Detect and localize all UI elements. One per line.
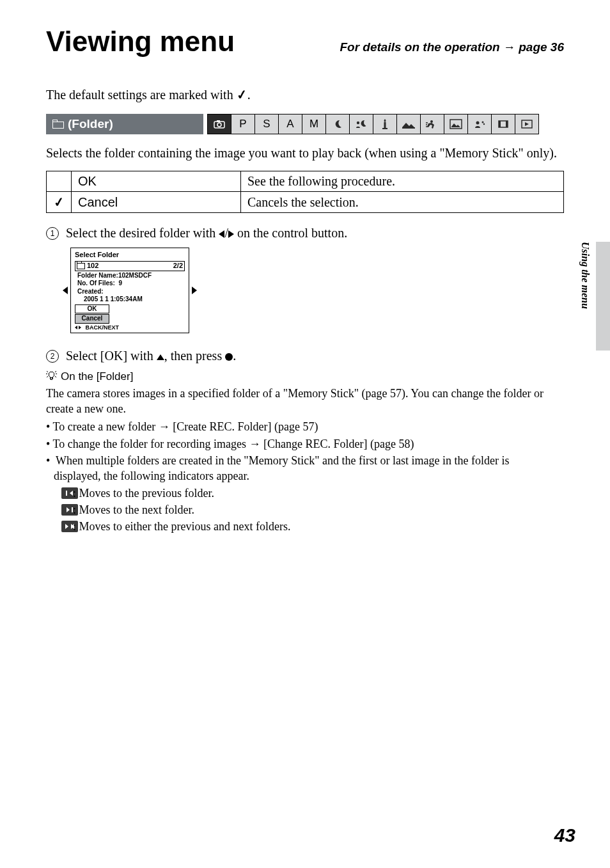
section-header-bar: (Folder) P S A M xyxy=(46,114,564,134)
section-label: (Folder) xyxy=(46,114,203,134)
options-table: OK See the following procedure. ✓ Cancel… xyxy=(46,171,564,213)
svg-rect-6 xyxy=(402,127,415,129)
page-title: Viewing menu xyxy=(46,26,235,58)
svg-point-9 xyxy=(476,122,480,125)
option-desc: Cancels the selection. xyxy=(241,192,564,213)
svg-rect-13 xyxy=(499,121,501,127)
center-button-icon xyxy=(225,353,233,361)
mode-s-icon: S xyxy=(255,114,279,134)
svg-point-1 xyxy=(217,123,221,127)
option-name: OK xyxy=(72,171,241,192)
mode-sports-icon xyxy=(421,114,444,134)
step-number-icon: 1 xyxy=(46,227,59,240)
mode-dial-strip: P S A M xyxy=(207,114,539,134)
mode-m-icon: M xyxy=(302,114,326,134)
table-row: ✓ Cancel Cancels the selection. xyxy=(47,192,564,213)
lcd-title: Select Folder xyxy=(75,251,185,260)
intro-text: The default settings are marked with ✓. xyxy=(46,87,564,102)
step-2: 2 Select [OK] with , then press . xyxy=(46,349,564,364)
mode-moon-person-icon xyxy=(350,114,373,134)
svg-point-11 xyxy=(483,123,485,125)
check-icon: ✓ xyxy=(52,194,65,210)
svg-point-3 xyxy=(357,122,359,124)
mode-landscape-icon xyxy=(444,114,468,134)
svg-rect-2 xyxy=(217,120,220,122)
mode-movie-icon xyxy=(492,114,515,134)
svg-rect-4 xyxy=(384,122,386,128)
lcd-folder-name: Folder Name:102MSDCF xyxy=(75,272,185,280)
svg-rect-5 xyxy=(382,128,387,129)
mode-p-icon: P xyxy=(231,114,255,134)
svg-rect-16 xyxy=(66,491,67,496)
option-name: Cancel xyxy=(72,192,241,213)
lcd-file-count: No. Of Files: 9 xyxy=(75,280,185,288)
lcd-created-label: Created: xyxy=(75,288,185,296)
option-desc: See the following procedure. xyxy=(241,171,564,192)
section-description: Selects the folder containing the image … xyxy=(46,145,564,162)
lcd-cancel-button: Cancel xyxy=(75,314,109,324)
list-item: To create a new folder → [Create REC. Fo… xyxy=(46,419,564,434)
up-arrow-icon xyxy=(157,354,164,360)
default-marker-cell xyxy=(47,171,72,192)
page-number: 43 xyxy=(554,825,575,846)
tip-body: The camera stores images in a specified … xyxy=(46,386,564,535)
right-arrow-icon xyxy=(228,230,234,238)
list-item: To change the folder for recording image… xyxy=(46,436,564,452)
svg-point-7 xyxy=(430,120,433,123)
side-section-label: Using the menu xyxy=(579,242,591,309)
mode-portrait-icon xyxy=(468,114,492,134)
page-subtitle: For details on the operation → page 36 xyxy=(340,40,564,54)
svg-point-10 xyxy=(482,122,484,123)
lcd-footer: BACK/NEXT xyxy=(75,324,185,331)
svg-rect-14 xyxy=(506,121,508,127)
lcd-right-arrow-icon xyxy=(192,287,197,294)
lcd-ok-button: OK xyxy=(75,304,109,314)
tip-heading: 💡︎ On the [Folder] xyxy=(46,370,564,383)
lcd-folder-row: 102 2/2 xyxy=(75,261,185,271)
lcd-left-arrow-icon xyxy=(63,287,68,294)
lcd-preview: Select Folder 102 2/2 Folder Name:102MSD… xyxy=(63,248,564,333)
mode-auto-icon xyxy=(208,114,231,134)
step-1: 1 Select the desired folder with / on th… xyxy=(46,226,564,241)
step-number-icon: 2 xyxy=(46,350,59,363)
mode-playback-icon xyxy=(515,114,538,134)
default-marker-cell: ✓ xyxy=(47,192,72,213)
lcd-created-value: 2005 1 1 1:05:34AM xyxy=(75,296,185,304)
mini-folder-icon xyxy=(77,263,85,269)
mode-candle-icon xyxy=(373,114,397,134)
table-row: OK See the following procedure. xyxy=(47,171,564,192)
mode-landscape-dusk-icon xyxy=(397,114,421,134)
side-tab-marker xyxy=(596,242,610,351)
mode-moon-icon xyxy=(326,114,350,134)
list-item: When multiple folders are created in the… xyxy=(46,453,564,534)
lightbulb-icon: 💡︎ xyxy=(46,370,57,383)
default-check-icon: ✓ xyxy=(235,86,248,103)
mode-a-icon: A xyxy=(279,114,302,134)
folder-icon xyxy=(52,120,64,129)
